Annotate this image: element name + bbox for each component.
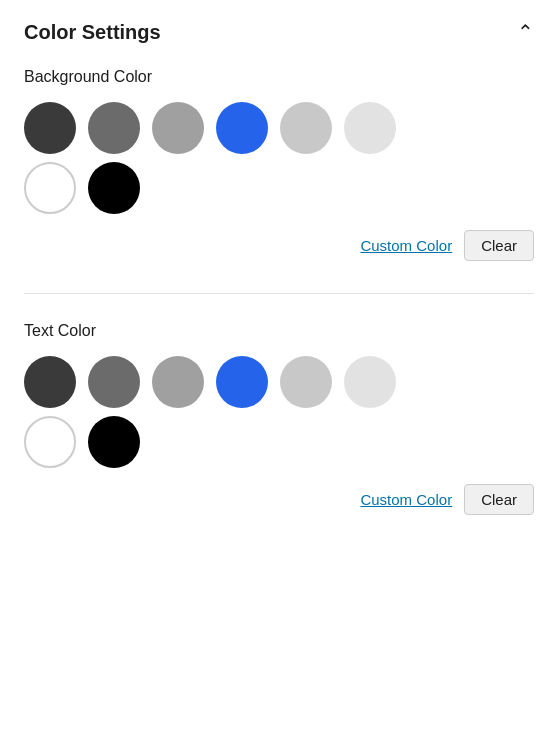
- background-color-actions: Custom Color Clear: [24, 230, 534, 261]
- text-clear-button[interactable]: Clear: [464, 484, 534, 515]
- text-swatch-very-light-gray[interactable]: [344, 356, 396, 408]
- text-swatch-row-1: [24, 356, 534, 408]
- bg-swatch-blue[interactable]: [216, 102, 268, 154]
- panel-title: Color Settings: [24, 21, 161, 44]
- bg-swatch-medium-dark-gray[interactable]: [88, 102, 140, 154]
- background-swatch-row-1: [24, 102, 534, 154]
- text-swatch-white[interactable]: [24, 416, 76, 468]
- text-swatch-light-gray[interactable]: [280, 356, 332, 408]
- text-swatch-dark-gray[interactable]: [24, 356, 76, 408]
- background-color-label: Background Color: [24, 68, 534, 86]
- bg-custom-color-button[interactable]: Custom Color: [360, 237, 452, 254]
- text-swatch-black[interactable]: [88, 416, 140, 468]
- text-custom-color-button[interactable]: Custom Color: [360, 491, 452, 508]
- text-swatch-row-2: [24, 416, 534, 468]
- panel-header: Color Settings ⌃: [24, 20, 534, 44]
- bg-swatch-black[interactable]: [88, 162, 140, 214]
- color-settings-panel: Color Settings ⌃ Background Color Custom…: [0, 0, 558, 567]
- bg-clear-button[interactable]: Clear: [464, 230, 534, 261]
- text-swatch-medium-gray[interactable]: [152, 356, 204, 408]
- text-swatch-medium-dark-gray[interactable]: [88, 356, 140, 408]
- bg-swatch-very-light-gray[interactable]: [344, 102, 396, 154]
- bg-swatch-white[interactable]: [24, 162, 76, 214]
- bg-swatch-light-gray[interactable]: [280, 102, 332, 154]
- background-color-section: Background Color Custom Color Clear: [24, 68, 534, 261]
- text-color-actions: Custom Color Clear: [24, 484, 534, 515]
- text-color-section: Text Color Custom Color Clear: [24, 322, 534, 515]
- bg-swatch-dark-gray[interactable]: [24, 102, 76, 154]
- background-swatch-row-2: [24, 162, 534, 214]
- collapse-icon[interactable]: ⌃: [517, 20, 534, 44]
- text-swatch-blue[interactable]: [216, 356, 268, 408]
- section-divider: [24, 293, 534, 294]
- text-color-label: Text Color: [24, 322, 534, 340]
- bg-swatch-medium-gray[interactable]: [152, 102, 204, 154]
